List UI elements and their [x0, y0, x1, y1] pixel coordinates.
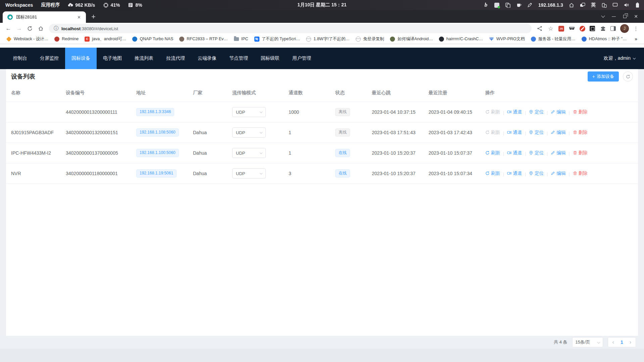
row-delete-button[interactable]: 删除 [573, 109, 588, 115]
bookmark-item-10[interactable]: 如何编译Android… [387, 35, 436, 43]
row-delete-button[interactable]: 删除 [573, 170, 588, 176]
bookmark-item-9[interactable]: 免登录复制 [353, 35, 387, 43]
cpu-icon [103, 2, 108, 8]
nav-item-2[interactable]: 分屏监控 [34, 48, 65, 69]
workspaces-button[interactable]: Workspaces [5, 2, 33, 8]
bookmark-item-2[interactable]: Redmine [51, 36, 82, 43]
row-locate-button[interactable]: 定位 [529, 170, 544, 176]
color-picker-icon[interactable] [527, 2, 533, 8]
current-page-button[interactable]: 1 [618, 340, 625, 345]
app-indicator-icon[interactable] [494, 3, 499, 8]
row-channel-button[interactable]: 通道 [507, 150, 522, 156]
row-delete-button[interactable]: 删除 [573, 150, 588, 156]
row-refresh-button[interactable]: 刷新 [485, 170, 500, 176]
row-channel-button[interactable]: 通道 [507, 109, 522, 115]
address-bar[interactable]: ⓘ localhost:38080/#/deviceList [49, 24, 532, 33]
browser-home-button[interactable] [36, 23, 46, 34]
battery-icon[interactable] [635, 2, 640, 8]
nav-item-5[interactable]: 推流列表 [128, 48, 160, 69]
bookmark-item-13[interactable]: 服务器 - 轻量应用… [528, 35, 579, 43]
row-edit-button[interactable]: 编辑 [551, 109, 565, 115]
bookmark-item-7[interactable]: 知了不起的 TypeScri… [251, 35, 303, 43]
bookmark-item-3[interactable]: Cjava、android可… [82, 35, 129, 43]
column-header-1: 名称 [11, 90, 66, 96]
stream-mode-select[interactable]: UDP [232, 148, 266, 158]
bookmarks-bar: Webstack - 设计…RedmineCjava、android可…QNAP… [0, 34, 644, 44]
nav-item-1[interactable]: 控制台 [7, 48, 34, 69]
row-channel-button[interactable]: 通道 [507, 170, 522, 176]
minimize-window-button[interactable] [612, 16, 616, 17]
profile-avatar[interactable]: J [620, 24, 629, 33]
phone-link-icon[interactable] [601, 2, 607, 8]
restore-window-button[interactable] [623, 15, 627, 18]
device-id: 34020000001180000001 [66, 171, 136, 176]
row-edit-button[interactable]: 编辑 [551, 170, 565, 176]
page-size-select[interactable]: 15条/页 [572, 337, 603, 347]
bookmark-item-8[interactable]: 1.8W字!了不起的… [303, 35, 353, 43]
next-page-button[interactable]: › [625, 339, 636, 345]
input-language-indicator[interactable]: 英 [591, 2, 596, 8]
row-edit-button[interactable]: 编辑 [551, 150, 565, 156]
nav-item-10[interactable]: 用户管理 [286, 48, 317, 69]
back-button[interactable]: ← [3, 23, 13, 34]
bookmarks-overflow-icon[interactable]: » [635, 36, 641, 42]
new-tab-button[interactable]: + [91, 13, 96, 20]
bookmark-item-1[interactable]: Webstack - 设计… [3, 35, 51, 43]
display-icon[interactable] [612, 2, 618, 8]
extension-js-icon[interactable]: JS [558, 26, 564, 32]
stream-mode-cell: UDP [232, 127, 289, 138]
side-panel-icon[interactable] [610, 26, 616, 31]
nav-item-4[interactable]: 电子地图 [97, 48, 128, 69]
clock-calendar-button[interactable]: 1月10日 星期二 15：21 [297, 2, 346, 7]
forward-button[interactable]: → [14, 23, 24, 34]
bookmark-item-12[interactable]: ΨWVP-PRO文档 [486, 35, 528, 43]
browser-tab[interactable]: 国标28181 ✕ [3, 11, 86, 23]
prev-page-button[interactable]: ‹ [608, 339, 618, 345]
home-tray-icon[interactable] [569, 2, 574, 8]
nav-item-3[interactable]: 国标设备 [65, 48, 97, 69]
workspace-switcher-icon[interactable] [580, 2, 585, 8]
extension-square-icon[interactable] [590, 26, 595, 31]
site-info-icon[interactable]: ⓘ [54, 25, 58, 32]
row-channel-button[interactable]: 通道 [507, 130, 522, 136]
stream-mode-select[interactable]: UDP [232, 107, 266, 117]
bookmark-item-4[interactable]: QNAP Turbo NAS [129, 36, 176, 43]
row-refresh-button[interactable]: 刷新 [485, 150, 500, 156]
bookmark-item-6[interactable]: IPC [231, 36, 251, 42]
tab-close-icon[interactable]: ✕ [76, 14, 83, 20]
bookmark-item-14[interactable]: HDAtmos :: 种子 "… [579, 35, 630, 43]
volume-icon[interactable] [624, 2, 629, 8]
row-edit-button[interactable]: 编辑 [551, 130, 565, 136]
extension-blocker-icon[interactable] [580, 26, 585, 32]
row-delete-button[interactable]: 删除 [573, 130, 588, 136]
clipboard-copy-icon[interactable] [505, 2, 510, 8]
share-icon[interactable] [536, 25, 543, 32]
row-locate-button[interactable]: 定位 [529, 109, 544, 115]
extension-mask-icon[interactable] [568, 25, 575, 32]
refresh-list-button[interactable] [623, 71, 633, 82]
nav-item-6[interactable]: 拉流代理 [160, 48, 191, 69]
add-device-button[interactable]: + 添加设备 [588, 71, 619, 82]
bookmark-item-5[interactable]: RFC2833 – RTP Ev… [176, 36, 231, 43]
memory-usage-indicator: 8% [128, 2, 142, 8]
tray-ip-address[interactable]: 192.168.1.3 [538, 2, 563, 8]
nav-item-8[interactable]: 节点管理 [223, 48, 254, 69]
reload-button[interactable] [25, 23, 35, 34]
browser-menu-icon[interactable]: ⋮ [633, 25, 639, 32]
caffeine-cup-icon[interactable] [516, 2, 522, 8]
nav-item-9[interactable]: 国标级联 [254, 48, 286, 69]
browser-tray-icon[interactable]: b [483, 2, 489, 8]
close-window-button[interactable]: ✕ [634, 14, 638, 19]
nav-item-7[interactable]: 云端录像 [191, 48, 223, 69]
row-locate-button[interactable]: 定位 [529, 130, 544, 136]
tab-search-chevron-icon[interactable] [601, 14, 605, 17]
stream-mode-select[interactable]: UDP [232, 168, 266, 178]
applications-menu-button[interactable]: 应用程序 [41, 2, 60, 8]
extensions-puzzle-icon[interactable] [599, 25, 606, 32]
bookmark-item-11[interactable]: hairrrrr/C-CrashC… [436, 36, 486, 43]
stream-mode-select[interactable]: UDP [232, 127, 266, 138]
row-locate-button[interactable]: 定位 [529, 150, 544, 156]
user-menu[interactable]: 欢迎，admin [604, 55, 644, 61]
bookmark-star-icon[interactable]: ☆ [547, 25, 554, 32]
page-top-gap [0, 44, 644, 48]
